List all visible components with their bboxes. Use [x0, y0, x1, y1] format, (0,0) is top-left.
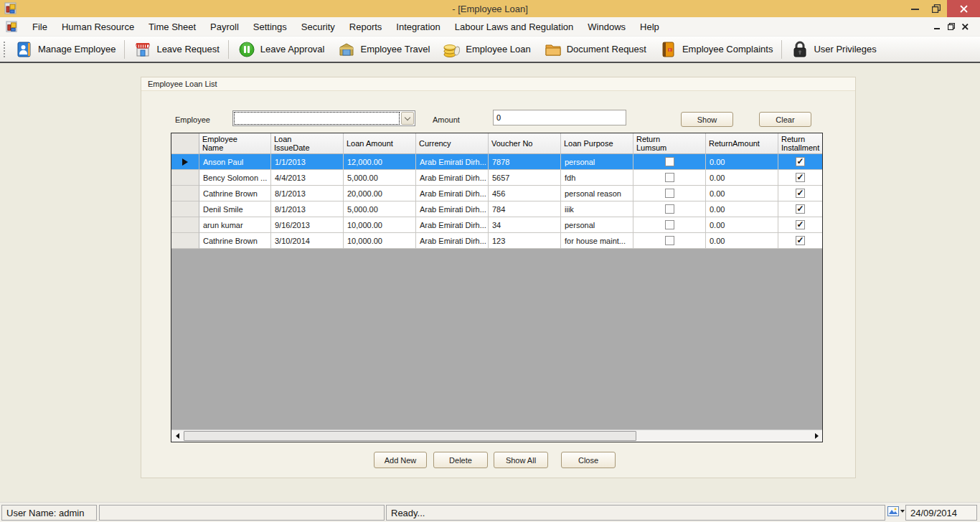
table-row[interactable]: Anson Paul1/1/201312,000.00Arab Emirati …: [171, 154, 822, 170]
cell-loan_purpose[interactable]: personal reason: [561, 186, 633, 201]
menu-item-file[interactable]: File: [25, 17, 55, 36]
return-lumsum-checkbox[interactable]: [665, 236, 674, 245]
return-installment-checkbox[interactable]: ✓: [796, 157, 805, 166]
mdi-minimize-button[interactable]: [934, 24, 941, 30]
table-row[interactable]: Cathrine Brown3/10/201410,000.00Arab Emi…: [171, 233, 822, 249]
row-header[interactable]: [171, 217, 199, 233]
cell-loan_amount[interactable]: 10,000.00: [344, 217, 416, 233]
column-header-loan_issue_date[interactable]: Loan IssueDate: [271, 133, 344, 154]
return-installment-checkbox[interactable]: ✓: [796, 189, 805, 198]
return-lumsum-checkbox[interactable]: [665, 173, 674, 182]
cell-loan_issue_date[interactable]: 9/16/2013: [271, 217, 344, 233]
cell-return_installment[interactable]: ✓: [778, 201, 822, 217]
column-header-loan_amount[interactable]: Loan Amount: [344, 133, 416, 154]
cell-loan_purpose[interactable]: personal: [561, 217, 633, 233]
cell-return_installment[interactable]: ✓: [778, 170, 822, 186]
cell-loan_amount[interactable]: 20,000.00: [344, 186, 416, 201]
cell-loan_amount[interactable]: 12,000.00: [344, 154, 416, 170]
menu-item-time-sheet[interactable]: Time Sheet: [141, 17, 203, 36]
mdi-restore-button[interactable]: [948, 23, 955, 30]
column-header-return_lumsum[interactable]: Return Lumsum: [633, 133, 706, 154]
toolbar-item-user-privileges[interactable]: User Privileges: [784, 39, 882, 60]
return-installment-checkbox[interactable]: ✓: [796, 220, 805, 229]
column-header-employee_name[interactable]: Employee Name: [199, 133, 271, 154]
amount-input[interactable]: [493, 110, 626, 125]
close-button[interactable]: [947, 0, 980, 17]
add-new-button[interactable]: Add New: [374, 452, 427, 468]
menu-item-settings[interactable]: Settings: [246, 17, 294, 36]
return-lumsum-checkbox[interactable]: [665, 204, 674, 214]
return-lumsum-checkbox[interactable]: [665, 189, 674, 198]
cell-return_lumsum[interactable]: [633, 233, 706, 249]
menu-item-labour-laws-and-regulation[interactable]: Labour Laws and Regulation: [448, 17, 581, 36]
cell-loan_issue_date[interactable]: 8/1/2013: [271, 186, 344, 201]
delete-button[interactable]: Delete: [433, 452, 488, 468]
cell-employee_name[interactable]: Bency Solomon ...: [199, 170, 271, 186]
cell-return_lumsum[interactable]: [633, 154, 706, 170]
cell-voucher_no[interactable]: 784: [489, 201, 561, 217]
cell-return_lumsum[interactable]: [633, 170, 706, 186]
minimize-button[interactable]: [904, 0, 925, 17]
table-row[interactable]: Denil Smile8/1/20135,000.00Arab Emirati …: [171, 201, 822, 217]
cell-currency[interactable]: Arab Emirati Dirh...: [416, 233, 489, 249]
toolbar-item-employee-complaints[interactable]: !Employee Complaints: [653, 39, 779, 60]
cell-return_installment[interactable]: ✓: [778, 233, 822, 249]
cell-return_amount[interactable]: 0.00: [706, 186, 778, 201]
toolbar-item-leave-request[interactable]: Leave Request: [127, 39, 225, 60]
cell-loan_purpose[interactable]: fdh: [561, 170, 633, 186]
cell-return_amount[interactable]: 0.00: [706, 154, 778, 170]
row-header[interactable]: [171, 186, 199, 201]
cell-return_amount[interactable]: 0.00: [706, 201, 778, 217]
cell-currency[interactable]: Arab Emirati Dirh...: [416, 201, 489, 217]
column-header-voucher_no[interactable]: Voucher No: [489, 133, 561, 154]
menu-item-integration[interactable]: Integration: [389, 17, 447, 36]
cell-loan_amount[interactable]: 10,000.00: [344, 233, 416, 249]
toolbar-item-employee-travel[interactable]: Employee Travel: [331, 39, 436, 60]
cell-return_installment[interactable]: ✓: [778, 154, 822, 170]
toolbar-item-document-request[interactable]: Document Request: [537, 39, 653, 60]
employee-combobox-value[interactable]: [234, 112, 400, 125]
cell-return_amount[interactable]: 0.00: [706, 217, 778, 233]
column-header-loan_purpose[interactable]: Loan Purpose: [561, 133, 633, 154]
scroll-right-button[interactable]: [811, 430, 822, 442]
cell-voucher_no[interactable]: 123: [489, 233, 561, 249]
toolbar-item-manage-employee[interactable]: Manage Employee: [9, 39, 122, 60]
cell-employee_name[interactable]: Denil Smile: [199, 201, 271, 217]
cell-voucher_no[interactable]: 34: [489, 217, 561, 233]
cell-loan_issue_date[interactable]: 3/10/2014: [271, 233, 344, 249]
close-button[interactable]: Close: [561, 452, 616, 468]
column-header-currency[interactable]: Currency: [416, 133, 489, 154]
table-row[interactable]: arun kumar9/16/201310,000.00Arab Emirati…: [171, 217, 822, 233]
cell-return_installment[interactable]: ✓: [778, 217, 822, 233]
cell-loan_purpose[interactable]: iiik: [561, 201, 633, 217]
cell-currency[interactable]: Arab Emirati Dirh...: [416, 217, 489, 233]
menu-item-help[interactable]: Help: [633, 17, 666, 36]
row-header[interactable]: [171, 233, 199, 249]
combobox-dropdown-button[interactable]: [401, 112, 414, 125]
show-button[interactable]: Show: [681, 112, 733, 127]
clear-button[interactable]: Clear: [759, 112, 811, 127]
employee-combobox[interactable]: [232, 110, 415, 126]
cell-employee_name[interactable]: Cathrine Brown: [199, 233, 271, 249]
horizontal-scrollbar[interactable]: [171, 430, 822, 442]
cell-return_lumsum[interactable]: [633, 186, 706, 201]
toolbar-item-leave-approval[interactable]: Leave Approval: [231, 39, 331, 60]
menu-item-payroll[interactable]: Payroll: [203, 17, 246, 36]
row-header-current[interactable]: [171, 154, 199, 170]
table-row[interactable]: Cathrine Brown8/1/201320,000.00Arab Emir…: [171, 186, 822, 201]
cell-employee_name[interactable]: Cathrine Brown: [199, 186, 271, 201]
menu-item-windows[interactable]: Windows: [580, 17, 633, 36]
cell-loan_amount[interactable]: 5,000.00: [344, 170, 416, 186]
show-all-button[interactable]: Show All: [494, 452, 548, 468]
cell-return_lumsum[interactable]: [633, 201, 706, 217]
cell-voucher_no[interactable]: 456: [489, 186, 561, 201]
cell-employee_name[interactable]: Anson Paul: [199, 154, 271, 170]
toolbar-item-employee-loan[interactable]: Employee Loan: [436, 39, 537, 60]
return-installment-checkbox[interactable]: ✓: [796, 204, 805, 214]
menu-item-human-resource[interactable]: Human Resource: [55, 17, 141, 36]
cell-return_amount[interactable]: 0.00: [706, 233, 778, 249]
row-header[interactable]: [171, 170, 199, 186]
cell-voucher_no[interactable]: 5657: [489, 170, 561, 186]
cell-return_installment[interactable]: ✓: [778, 186, 822, 201]
table-row[interactable]: Bency Solomon ...4/4/20135,000.00Arab Em…: [171, 170, 822, 186]
